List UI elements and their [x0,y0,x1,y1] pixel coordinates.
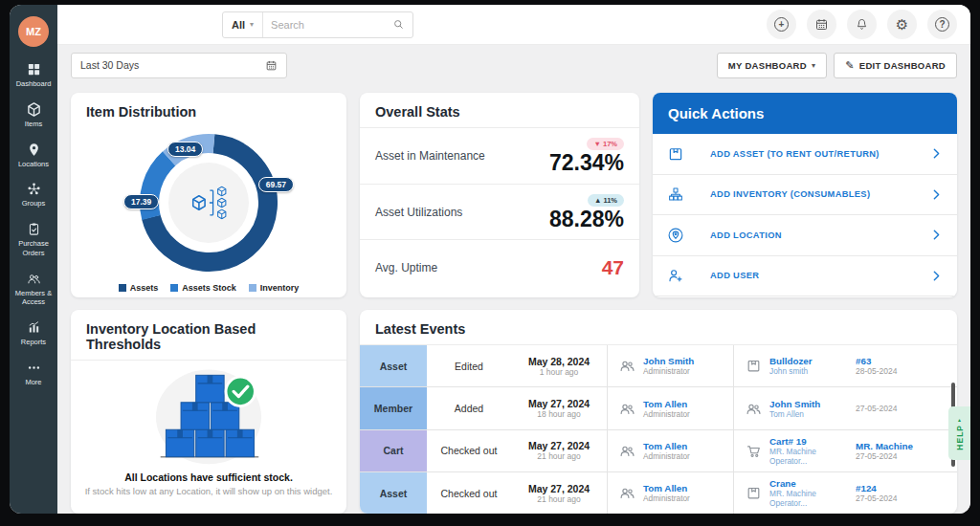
package-icon [746,485,762,501]
search-scope-dropdown[interactable]: All ▾ [223,12,263,37]
event-action: Edited [427,345,511,386]
users-icon [619,443,635,459]
user-link[interactable]: John Smith [643,356,694,366]
users-icon [619,401,635,417]
sidebar-item-purchase-orders[interactable]: Purchase Orders [10,222,57,258]
notifications-button[interactable] [847,10,877,39]
item-link[interactable]: John Smith [769,399,820,409]
item-link[interactable]: Bulldozer [769,356,813,366]
sidebar-item-label: More [24,378,42,387]
event-ref: MR. Machine27-05-2024 [856,430,957,471]
legend-inventory: Inventory [249,283,300,293]
sidebar-item-dashboard[interactable]: Dashboard [10,62,57,89]
event-user: Tom AllenAdministrator [607,387,733,428]
event-ref: #6328-05-2024 [856,345,957,386]
legend-swatch [170,284,178,292]
event-action: Checked out [427,430,511,471]
stat-row-uptime: Avg. Uptime 47 [360,239,639,295]
quick-action-label: ADD INVENTORY (CONSUMABLES) [710,189,870,199]
quick-action-add-location[interactable]: ADD LOCATION [653,215,957,256]
check-circle-icon [226,377,255,405]
event-ref: #12427-05-2024 [856,472,957,514]
sidebar-item-more[interactable]: More [10,361,57,387]
event-type-badge: Asset [360,472,427,514]
user-plus-icon [667,267,684,284]
event-ref: 27-05-2024 [856,387,957,428]
event-user: Tom AllenAdministrator [607,472,733,514]
help-label: HELP [955,425,965,450]
stat-value: 72.34% [549,152,624,174]
event-item: John SmithTom Allen [733,387,856,428]
event-type-badge: Cart [360,430,427,471]
topbar: All ▾ + ⚙ ? [57,5,970,45]
chevron-down-icon: ▾ [812,61,815,70]
quick-action-add-inventory[interactable]: ADD INVENTORY (CONSUMABLES) [653,175,957,216]
quick-action-add-user[interactable]: ADD USER [653,256,957,297]
gear-icon: ⚙ [896,16,908,33]
event-date: May 27, 202418 hour ago [511,387,607,428]
calendar-button[interactable] [807,10,836,39]
quick-add-button[interactable]: + [767,10,796,39]
event-date: May 27, 202421 hour ago [511,472,607,514]
item-link[interactable]: Cart# 19 [769,436,856,447]
stat-row-utilization: Asset Utilizations ▲ 11% 88.28% [360,184,639,239]
chevron-right-icon [930,188,943,201]
dashboard-grid: Item Distribution [57,85,970,514]
stat-label: Asset in Maintenance [375,149,485,163]
sidebar-item-locations[interactable]: Locations [10,142,57,169]
help-button[interactable]: ? [927,10,957,39]
card-title: Overall Stats [360,93,639,128]
card-title: Latest Events [360,310,957,345]
chevron-down-icon: ▾ [250,20,254,29]
help-tab[interactable]: ▲ HELP [948,406,970,460]
sidebar-item-label: Members & Access [10,289,57,308]
users-icon [619,358,635,374]
sidebar-item-members-access[interactable]: Members & Access [10,272,57,308]
user-link[interactable]: Tom Allen [643,399,690,409]
card-title: Item Distribution [71,93,346,127]
event-row: Cart Checked out May 27, 202421 hour ago… [360,430,957,472]
package-icon [746,358,762,374]
quick-action-add-asset[interactable]: ADD ASSET (TO RENT OUT/RETURN) [653,134,957,175]
global-search: All ▾ [222,11,413,38]
event-row: Member Added May 27, 202418 hour ago Tom… [360,387,957,429]
donut-chart: 13.04 69.57 17.39 [133,127,284,278]
donut-label-assets: 69.57 [258,177,294,192]
thresholds-card: Inventory Location Based Thresholds [71,310,346,514]
event-action: Checked out [427,472,511,514]
edit-dashboard-label: EDIT DASHBOARD [859,60,946,71]
sidebar-item-groups[interactable]: Groups [10,182,57,208]
quick-actions-card: Quick Actions ADD ASSET (TO RENT OUT/RET… [653,93,957,297]
sidebar-item-items[interactable]: Items [10,102,57,129]
sidebar-item-reports[interactable]: Reports [10,320,57,347]
event-item: CraneMR. Machine Operator... [733,472,856,514]
donut-center [168,163,249,243]
users-icon [746,401,762,417]
map-pin-icon [27,142,41,157]
search-input[interactable] [263,19,392,31]
latest-events-card: Latest Events Asset Edited May 28, 20241… [360,310,957,514]
topbar-actions: + ⚙ ? [767,10,957,39]
event-item: BulldozerJohn smith [733,345,856,386]
user-link[interactable]: Tom Allen [643,441,690,451]
toolbar-right: MY DASHBOARD ▾ ✎ EDIT DASHBOARD [717,53,957,78]
users-icon [619,485,635,501]
date-range-picker[interactable]: Last 30 Days [71,53,287,78]
overall-stats-card: Overall Stats Asset in Maintenance ▼ 17%… [360,93,639,297]
edit-dashboard-button[interactable]: ✎ EDIT DASHBOARD [834,53,957,78]
my-dashboard-dropdown[interactable]: MY DASHBOARD ▾ [717,53,827,78]
search-icon [392,18,405,31]
trend-badge-up: ▲ 11% [588,194,624,207]
settings-button[interactable]: ⚙ [887,10,917,39]
my-dashboard-label: MY DASHBOARD [728,60,807,71]
stat-value: 88.28% [549,208,624,230]
chevron-right-icon [930,270,943,282]
avatar[interactable]: MZ [18,16,49,47]
sidebar-item-label: Items [24,120,43,129]
app-window: MZ Dashboard Items Locations Groups Purc… [10,5,970,514]
user-link[interactable]: Tom Allen [643,483,690,493]
chart-legend: Assets Assets Stock Inventory [71,283,346,293]
item-link[interactable]: Crane [769,478,856,489]
stat-label: Avg. Uptime [375,261,437,274]
dashboard-grid-icon [27,62,41,77]
